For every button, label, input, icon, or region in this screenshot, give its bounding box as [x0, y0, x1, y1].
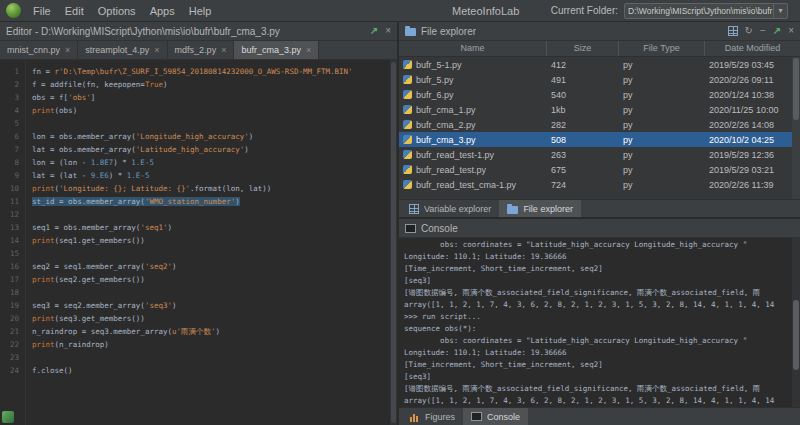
- file-name-cell: bufr_6.py: [399, 90, 547, 100]
- tab-label: Console: [487, 412, 520, 422]
- tab-figures[interactable]: Figures: [401, 408, 463, 425]
- file-type: py: [619, 150, 705, 160]
- line-number: 11: [0, 195, 25, 208]
- editor-tab[interactable]: mnist_cnn.py×: [0, 41, 78, 59]
- code-line[interactable]: lon = obs.member_array('Longitude_high_a…: [32, 130, 390, 143]
- code-line[interactable]: [32, 247, 390, 260]
- file-row[interactable]: bufr_read_test-1.py263py2019/5/29 12:36: [399, 147, 800, 162]
- close-panel-icon[interactable]: ×: [788, 26, 794, 36]
- minimize-panel-icon[interactable]: −: [760, 26, 766, 36]
- column-header-file-type[interactable]: File Type: [619, 41, 705, 56]
- editor-header-icons: ↗ ×: [370, 26, 391, 36]
- console-line: [seq3]: [404, 275, 800, 287]
- code-line[interactable]: n_raindrop = seq3.member_array(u'雨滴个数'): [32, 325, 390, 338]
- tab-label: bufr_cma_3.py: [241, 45, 301, 55]
- menu-bar: FileEditOptionsAppsHelp MeteoInfoLab Cur…: [0, 0, 800, 22]
- line-number: 21: [0, 325, 25, 338]
- editor-scrollbar[interactable]: [390, 60, 397, 425]
- line-number: 2: [0, 78, 25, 91]
- menu-item-file[interactable]: File: [26, 0, 58, 22]
- tab-variable-explorer[interactable]: Variable explorer: [401, 200, 499, 217]
- code-line[interactable]: f = addfile(fn, keepopen=True): [32, 78, 390, 91]
- code-line[interactable]: seq3 = seq2.member_array('seq3'): [32, 299, 390, 312]
- dropdown-arrow-icon[interactable]: ▾: [773, 4, 787, 18]
- file-date: 2020/2/26 11:39: [705, 180, 800, 190]
- file-size: 282: [547, 120, 619, 130]
- code-line[interactable]: seq1 = obs.member_array('seq1'): [32, 221, 390, 234]
- right-panel: File explorer ↻ − ↗ × NameSizeFile TypeD…: [399, 22, 800, 425]
- code-line[interactable]: lon = (lon - 1.8E7) * 1.E-5: [32, 156, 390, 169]
- tab-close-icon[interactable]: ×: [221, 45, 226, 55]
- console-scrollbar[interactable]: [792, 238, 800, 407]
- line-number: 12: [0, 208, 25, 221]
- file-row[interactable]: bufr_read_test.py675py2019/5/29 03:21: [399, 162, 800, 177]
- file-name: bufr_read_test-1.py: [416, 150, 494, 160]
- python-file-icon: [403, 60, 412, 69]
- refresh-icon[interactable]: ↻: [745, 26, 753, 36]
- editor-tab[interactable]: mdfs_2.py×: [168, 41, 235, 59]
- tab-close-icon[interactable]: ×: [306, 45, 311, 55]
- file-list-scrollbar[interactable]: [792, 57, 800, 199]
- menu-item-options[interactable]: Options: [91, 0, 143, 22]
- code-line[interactable]: [32, 286, 390, 299]
- file-row[interactable]: bufr_5-1.py412py2019/5/29 03:45: [399, 57, 800, 72]
- float-panel-icon[interactable]: ↗: [773, 26, 781, 36]
- file-row[interactable]: bufr_cma_3.py508py2020/10/2 04:25: [399, 132, 800, 147]
- line-number: 7: [0, 143, 25, 156]
- menu-item-help[interactable]: Help: [182, 0, 219, 22]
- code-line[interactable]: print(seq3.get_members()): [32, 312, 390, 325]
- column-header-size[interactable]: Size: [547, 41, 619, 56]
- code-area[interactable]: fn = r'D:\Temp\bufr\Z_SURF_I_59854_20180…: [26, 60, 390, 425]
- columns-icon[interactable]: [728, 26, 738, 36]
- console-output[interactable]: obs: coordinates = "Latitude_high_accura…: [399, 238, 800, 407]
- code-line[interactable]: print('Longitude: {}; Latitude: {}'.form…: [32, 182, 390, 195]
- code-line[interactable]: print(obs): [32, 104, 390, 117]
- code-line[interactable]: f.close(): [32, 364, 390, 377]
- code-line[interactable]: lat = obs.member_array('Latitude_high_ac…: [32, 143, 390, 156]
- file-row[interactable]: bufr_6.py540py2020/1/24 10:38: [399, 87, 800, 102]
- file-row[interactable]: bufr_read_test_cma-1.py724py2020/2/26 11…: [399, 177, 800, 192]
- menu-item-edit[interactable]: Edit: [58, 0, 91, 22]
- console-scrollbar-thumb[interactable]: [793, 300, 799, 370]
- file-row[interactable]: bufr_5.py491py2020/2/26 09:11: [399, 72, 800, 87]
- code-line[interactable]: print(seq1.get_members()): [32, 234, 390, 247]
- file-explorer-title: File explorer: [421, 26, 476, 37]
- menu-item-apps[interactable]: Apps: [143, 0, 182, 22]
- current-folder-combobox[interactable]: D:\Working\MIScript\Jython\mis\io\bufr ▾: [624, 3, 788, 19]
- file-type: py: [619, 90, 705, 100]
- editor-scrollbar-thumb[interactable]: [391, 62, 396, 423]
- code-line[interactable]: print(n_raindrop): [32, 338, 390, 351]
- code-line[interactable]: fn = r'D:\Temp\bufr\Z_SURF_I_59854_20180…: [32, 65, 390, 78]
- file-row[interactable]: bufr_cma_2.py282py2020/2/26 14:08: [399, 117, 800, 132]
- editor-tab[interactable]: bufr_cma_3.py×: [234, 41, 319, 59]
- tab-close-icon[interactable]: ×: [154, 45, 159, 55]
- column-header-name[interactable]: Name: [399, 41, 547, 56]
- code-line[interactable]: [32, 351, 390, 364]
- file-list-scrollbar-thumb[interactable]: [793, 58, 799, 120]
- close-panel-icon[interactable]: ×: [385, 26, 391, 36]
- code-editor[interactable]: 123456789101112131415161718192021222324 …: [0, 60, 397, 425]
- tab-close-icon[interactable]: ×: [65, 45, 70, 55]
- file-type: py: [619, 75, 705, 85]
- column-header-date-modified[interactable]: Date Modified: [705, 41, 800, 56]
- file-row[interactable]: bufr_cma_1.py1kbpy2020/11/25 10:00: [399, 102, 800, 117]
- code-line[interactable]: seq2 = seq1.member_array('seq2'): [32, 260, 390, 273]
- file-name: bufr_5.py: [416, 75, 454, 85]
- code-line[interactable]: print(seq2.get_members()): [32, 273, 390, 286]
- console-bottom-tabs: Figures Console: [399, 407, 800, 425]
- tab-file-explorer[interactable]: File explorer: [499, 200, 581, 217]
- editor-panel: Editor - D:\Working\MIScript\Jython\mis\…: [0, 22, 397, 425]
- line-number: 1: [0, 65, 25, 78]
- line-number: 4: [0, 104, 25, 117]
- editor-tab[interactable]: streamplot_4.py×: [78, 41, 167, 59]
- code-line[interactable]: st_id = obs.member_array('WMO_station_nu…: [32, 195, 390, 208]
- code-line[interactable]: [32, 208, 390, 221]
- code-line[interactable]: obs = f['obs']: [32, 91, 390, 104]
- folder-icon: [507, 206, 518, 214]
- tab-console[interactable]: Console: [463, 408, 528, 425]
- file-name-cell: bufr_cma_2.py: [399, 120, 547, 130]
- folder-icon: [405, 28, 416, 36]
- code-line[interactable]: lat = (lat - 9.E6) * 1.E-5: [32, 169, 390, 182]
- code-line[interactable]: [32, 117, 390, 130]
- float-panel-icon[interactable]: ↗: [370, 26, 378, 36]
